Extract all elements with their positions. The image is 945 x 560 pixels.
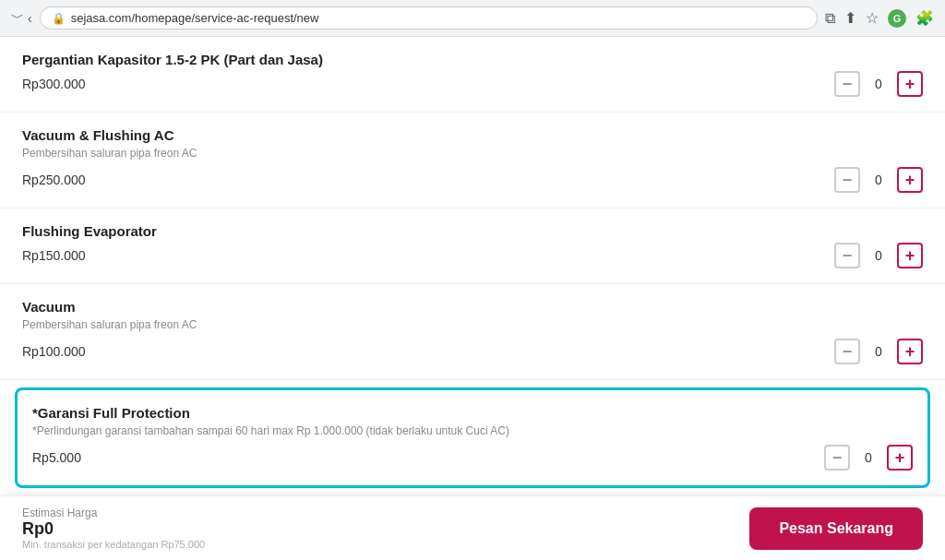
service-vacuum-flushing-desc: Pembersihan saluran pipa freon AC (22, 147, 923, 160)
qty-control-vacuum-flushing: − 0 + (834, 167, 923, 193)
service-item-vacuum-flushing: Vacuum & Flushing AC Pembersihan saluran… (0, 113, 945, 209)
estimasi-section: Estimasi Harga Rp0 Min. transaksi per ke… (22, 506, 205, 550)
increment-vacuum[interactable]: + (897, 339, 923, 364)
service-kapasitor-row: Rp300.000 − 0 + (22, 71, 923, 97)
service-kapasitor-name: Pergantian Kapasitor 1.5-2 PK (Part dan … (22, 52, 923, 67)
qty-control-garansi: − 0 + (824, 445, 913, 471)
increment-vacuum-flushing[interactable]: + (897, 167, 923, 193)
increment-garansi[interactable]: + (887, 445, 913, 471)
nav-back[interactable]: ‹ (28, 11, 32, 26)
decrement-flushing-evap[interactable]: − (834, 243, 860, 268)
service-item-garansi: *Garansi Full Protection *Perlindungan g… (15, 387, 930, 488)
qty-value-vacuum-flushing: 0 (871, 173, 886, 187)
service-vacuum-name: Vacuum (22, 299, 923, 315)
browser-actions: ⧉ ⬆ ☆ G 🧩 (825, 9, 934, 28)
service-vacuum-row: Rp100.000 − 0 + (22, 339, 923, 364)
browser-chrome: ﹀ ‹ 🔒 sejasa.com/homepage/service-ac-req… (0, 0, 945, 37)
page-content: Pergantian Kapasitor 1.5-2 PK (Part dan … (0, 37, 945, 560)
service-flushing-evap-row: Rp150.000 − 0 + (22, 243, 923, 268)
browser-nav: ﹀ ‹ (11, 10, 32, 27)
decrement-vacuum-flushing[interactable]: − (834, 167, 860, 193)
decrement-garansi[interactable]: − (824, 445, 850, 471)
service-vacuum-price: Rp100.000 (22, 344, 86, 359)
services-list: Pergantian Kapasitor 1.5-2 PK (Part dan … (0, 37, 945, 560)
pesan-sekarang-button[interactable]: Pesan Sekarang (749, 507, 923, 550)
service-vacuum-flushing-name: Vacuum & Flushing AC (22, 127, 923, 143)
estimasi-min: Min. transaksi per kedatangan Rp75.000 (22, 539, 205, 550)
qty-control-kapasitor: − 0 + (834, 71, 923, 97)
service-flushing-evap-price: Rp150.000 (22, 248, 86, 263)
share-icon[interactable]: ⬆ (844, 9, 856, 27)
increment-kapasitor[interactable]: + (897, 71, 923, 97)
qty-value-flushing-evap: 0 (871, 248, 886, 263)
service-item-kapasitor: Pergantian Kapasitor 1.5-2 PK (Part dan … (0, 37, 945, 113)
service-garansi-price: Rp5.000 (32, 450, 81, 465)
decrement-vacuum[interactable]: − (834, 339, 860, 364)
service-flushing-evap-name: Flushing Evaporator (22, 223, 923, 239)
service-garansi-row: Rp5.000 − 0 + (32, 445, 913, 471)
decrement-kapasitor[interactable]: − (834, 71, 860, 97)
puzzle-icon[interactable]: 🧩 (915, 9, 934, 27)
service-item-vacuum: Vacuum Pembersihan saluran pipa freon AC… (0, 284, 945, 380)
service-garansi-desc: *Perlindungan garansi tambahan sampai 60… (32, 424, 913, 437)
qty-control-flushing-evap: − 0 + (834, 243, 923, 268)
service-kapasitor-price: Rp300.000 (22, 77, 86, 91)
service-vacuum-flushing-row: Rp250.000 − 0 + (22, 167, 923, 193)
qty-value-vacuum: 0 (871, 344, 886, 359)
increment-flushing-evap[interactable]: + (897, 243, 923, 268)
service-vacuum-desc: Pembersihan saluran pipa freon AC (22, 318, 923, 331)
qty-control-vacuum: − 0 + (834, 339, 923, 364)
qty-value-garansi: 0 (861, 450, 876, 465)
url-text: sejasa.com/homepage/service-ac-request/n… (71, 11, 319, 25)
estimasi-label: Estimasi Harga (22, 506, 205, 519)
star-icon[interactable]: ☆ (866, 9, 879, 27)
service-garansi-name: *Garansi Full Protection (32, 405, 913, 421)
bottom-bar: Estimasi Harga Rp0 Min. transaksi per ke… (0, 495, 945, 560)
service-vacuum-flushing-price: Rp250.000 (22, 173, 86, 187)
estimasi-price: Rp0 (22, 519, 205, 539)
qty-value-kapasitor: 0 (871, 77, 886, 91)
nav-chevron: ﹀ (11, 10, 24, 27)
lock-icon: 🔒 (52, 12, 66, 25)
google-ext-icon[interactable]: G (888, 9, 906, 28)
copy-icon[interactable]: ⧉ (825, 10, 835, 27)
service-item-flushing-evap: Flushing Evaporator Rp150.000 − 0 + (0, 209, 945, 284)
url-bar[interactable]: 🔒 sejasa.com/homepage/service-ac-request… (40, 6, 818, 30)
